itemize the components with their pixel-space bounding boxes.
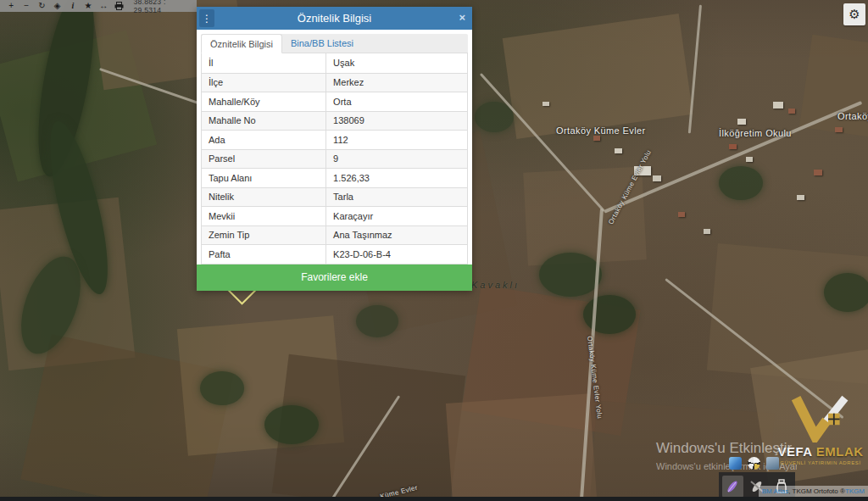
measure-icon[interactable]: ↔ xyxy=(96,0,111,12)
window-bottom-edge xyxy=(0,497,868,501)
tree-cluster xyxy=(824,273,868,312)
map-attribution: BM Atlas, TKGM Ortofoto ® TKGM xyxy=(759,486,868,497)
building xyxy=(788,109,795,114)
table-row: MevkiiKaraçayır xyxy=(202,206,467,225)
row-label: Mahalle No xyxy=(202,112,326,131)
modal-menu-button[interactable]: ⋮ xyxy=(199,9,214,27)
logo-wordmark: VEFA EMLAK xyxy=(773,444,868,459)
add-to-favorites-button[interactable]: Favorilere ekle xyxy=(197,264,472,291)
field-patch xyxy=(799,35,868,143)
building xyxy=(542,102,549,106)
gear-icon: ⚙ xyxy=(849,7,860,22)
table-row: Mahalle No138069 xyxy=(202,111,467,131)
tree-cluster xyxy=(719,166,763,200)
modal-header: ⋮ Öznitelik Bilgisi × xyxy=(197,7,472,30)
building xyxy=(615,148,622,153)
row-value: 9 xyxy=(326,150,467,169)
table-row: Ada112 xyxy=(202,130,467,149)
refresh-icon[interactable]: ↻ xyxy=(34,0,49,12)
tree-cluster xyxy=(264,405,319,444)
building xyxy=(797,195,804,200)
logo-tagline: GÜVENLİ YATIRIMIN ADRESİ xyxy=(773,460,868,465)
tree-cluster xyxy=(356,305,398,337)
road-line xyxy=(688,5,702,134)
attribute-modal: ⋮ Öznitelik Bilgisi × Öznitelik Bilgisi … xyxy=(197,7,472,291)
row-label: Mahalle/Köy xyxy=(202,92,326,111)
vefa-emlak-logo: VEFA EMLAK GÜVENLİ YATIRIMIN ADRESİ xyxy=(773,395,868,465)
window-icon[interactable] xyxy=(766,457,779,470)
table-row: Parsel9 xyxy=(202,149,467,169)
row-value: Karaçayır xyxy=(326,207,467,225)
row-value: Tarla xyxy=(326,188,467,207)
row-value: Ana Taşınmaz xyxy=(326,226,467,245)
print-icon[interactable] xyxy=(111,0,126,12)
tree-cluster xyxy=(200,371,244,405)
logo-word-white: VEFA xyxy=(777,444,812,459)
map-label-village: Ortaköy Küme Evler xyxy=(556,125,646,136)
tab-bina-bb-listesi[interactable]: Bina/BB Listesi xyxy=(282,34,362,53)
row-label: Tapu Alanı xyxy=(202,169,326,187)
locate-icon[interactable]: ◈ xyxy=(50,0,65,12)
tree-cluster xyxy=(539,253,602,297)
star-icon[interactable]: ★ xyxy=(81,0,96,12)
building xyxy=(746,157,753,162)
tab-oznitelik-bilgisi[interactable]: Öznitelik Bilgisi xyxy=(201,34,282,53)
row-label: Ada xyxy=(202,131,326,149)
building xyxy=(737,119,746,125)
building xyxy=(773,102,783,109)
logo-v-mark xyxy=(789,395,852,443)
row-value: 138069 xyxy=(326,112,467,131)
map-toolbar: + − ↻ ◈ i ★ ↔ 38.8823 : 29.5314 xyxy=(0,0,197,12)
kebab-menu-icon: ⋮ xyxy=(202,13,212,25)
building xyxy=(678,212,685,217)
row-label: Parsel xyxy=(202,150,326,169)
attribution-link-bm-atlas[interactable]: BM Atlas xyxy=(762,487,789,495)
mini-icon-row xyxy=(729,457,779,470)
field-patch xyxy=(503,14,693,139)
table-row: Zemin TipAna Taşınmaz xyxy=(202,225,467,245)
info-icon[interactable]: i xyxy=(65,0,81,12)
row-value: K23-D-06-B-4 xyxy=(326,245,467,264)
attribution-link-tkgm[interactable]: TKGM xyxy=(845,487,865,495)
row-value: Orta xyxy=(326,92,467,111)
close-icon[interactable]: × xyxy=(459,12,465,23)
row-label: Mevkii xyxy=(202,207,326,225)
building xyxy=(704,229,710,234)
building xyxy=(729,144,737,149)
zoom-out-icon[interactable]: − xyxy=(19,0,34,12)
feather-draw-button[interactable] xyxy=(722,476,743,498)
map-label-school: İlköğretim Okulu xyxy=(719,128,792,138)
building xyxy=(653,175,661,181)
modal-tabbar: Öznitelik Bilgisi Bina/BB Listesi xyxy=(201,34,468,53)
table-row: Mahalle/KöyOrta xyxy=(202,92,467,111)
cursor-coordinates: 38.8823 : 29.5314 xyxy=(134,0,194,14)
table-row: İlçeMerkez xyxy=(202,73,467,92)
row-value: 1.526,33 xyxy=(326,169,467,187)
modal-body: Öznitelik Bilgisi Bina/BB Listesi İlUşak… xyxy=(197,30,472,264)
wheel-icon[interactable] xyxy=(748,457,760,470)
app-window: Ortaköy Küme Evler İlköğretim Okulu Orta… xyxy=(0,0,868,501)
row-value: Uşak xyxy=(326,53,467,73)
row-label: İlçe xyxy=(202,74,326,92)
table-row: Tapu Alanı1.526,33 xyxy=(202,168,467,187)
map-label-kavakli: Kavaklı xyxy=(471,280,520,290)
row-label: Zemin Tip xyxy=(202,226,326,245)
row-label: İl xyxy=(202,53,326,73)
logo-word-gold: EMLAK xyxy=(816,444,864,459)
feather-icon xyxy=(725,479,740,494)
row-label: Nitelik xyxy=(202,188,326,207)
map-label-ortakoy: Ortaköy xyxy=(837,111,868,121)
table-row: İlUşak xyxy=(202,53,467,73)
row-value: 112 xyxy=(326,131,467,149)
building xyxy=(835,127,843,132)
row-value: Merkez xyxy=(326,74,467,92)
building xyxy=(814,170,822,175)
cube-icon[interactable] xyxy=(729,457,742,470)
attribution-text: , TKGM Ortofoto ® xyxy=(788,487,845,495)
settings-button[interactable]: ⚙ xyxy=(843,3,865,25)
row-label: Pafta xyxy=(202,245,326,264)
zoom-in-icon[interactable]: + xyxy=(3,0,19,12)
table-row: NitelikTarla xyxy=(202,187,467,207)
modal-title: Öznitelik Bilgisi xyxy=(197,12,472,25)
building xyxy=(593,136,600,141)
